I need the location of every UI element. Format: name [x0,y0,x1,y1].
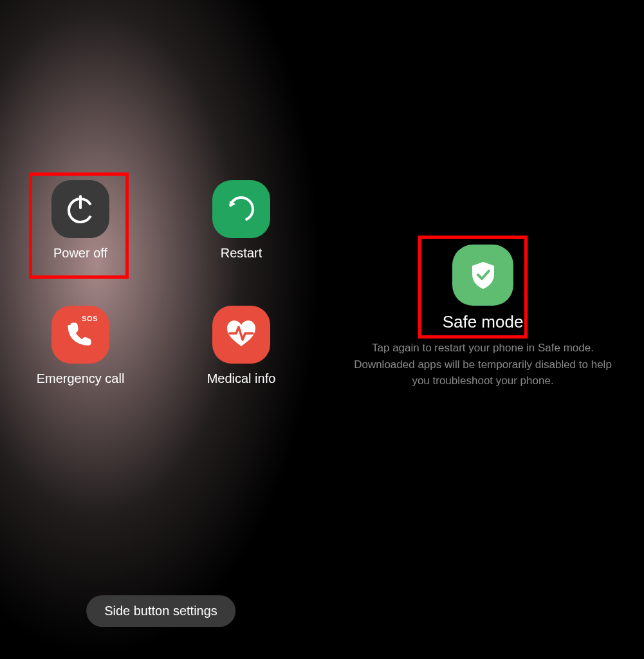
emergency-call-item[interactable]: SOS Emergency call [37,306,125,386]
medical-info-item[interactable]: Medical info [207,306,276,386]
svg-point-3 [232,200,234,202]
safe-mode-screen: Safe mode Tap again to restart your phon… [322,0,644,659]
power-off-item[interactable]: Power off [51,180,109,261]
restart-item[interactable]: Restart [212,180,270,261]
emergency-call-label: Emergency call [37,371,125,386]
side-button-settings-button[interactable]: Side button settings [86,595,235,627]
sos-badge: SOS [82,315,98,322]
safe-mode-item[interactable]: Safe mode [443,245,524,332]
svg-point-2 [225,193,258,226]
medical-info-icon [212,306,270,364]
safe-mode-label: Safe mode [443,312,524,332]
power-off-label: Power off [53,246,107,261]
svg-point-4 [235,197,238,200]
power-menu-screen: Power off Restart SOS Emergen [0,0,322,659]
power-menu-grid: Power off Restart SOS Emergen [0,180,322,386]
restart-label: Restart [221,246,262,261]
restart-icon [212,180,270,238]
safe-mode-container: Safe mode Tap again to restart your phon… [322,245,644,389]
emergency-call-icon: SOS [51,306,109,364]
medical-info-label: Medical info [207,371,276,386]
safe-mode-description: Tap again to restart your phone in Safe … [345,340,621,389]
power-off-icon [51,180,109,238]
safe-mode-icon [452,245,513,306]
